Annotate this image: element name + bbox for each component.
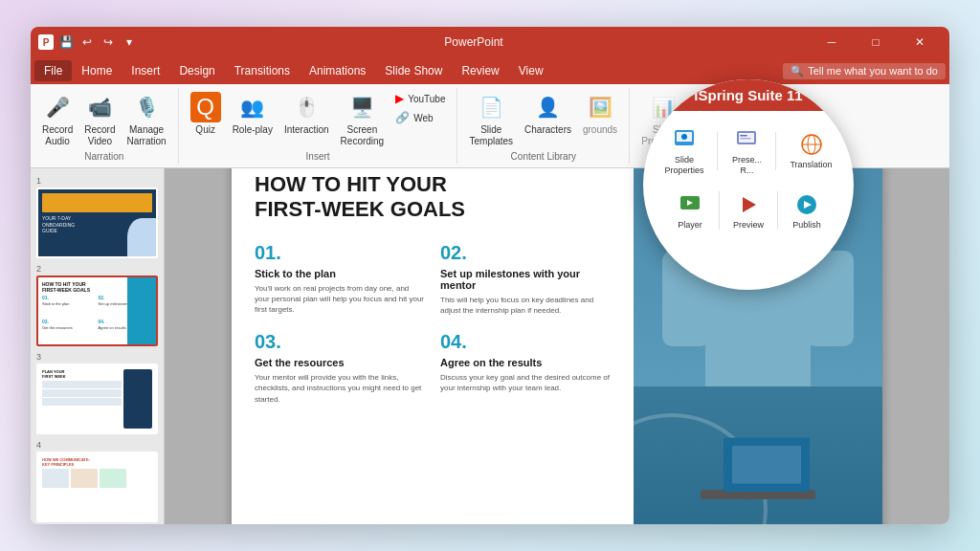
- slide-1-item[interactable]: 1 YOUR 7-DAYONBOARDINGGUIDE: [36, 176, 158, 258]
- record-video-label: RecordVideo: [84, 124, 115, 147]
- role-play-button[interactable]: 👥 Role-play: [229, 90, 277, 138]
- slide-1-thumb[interactable]: YOUR 7-DAYONBOARDINGGUIDE: [36, 187, 158, 258]
- characters-label: Characters: [524, 124, 571, 136]
- menu-insert[interactable]: Insert: [122, 60, 169, 81]
- goal-1-num: 01.: [255, 242, 425, 264]
- divider1: [717, 132, 718, 170]
- slide-1-preview: YOUR 7-DAYONBOARDINGGUIDE: [38, 189, 156, 256]
- search-box[interactable]: 🔍 Tell me what you want to do: [783, 63, 946, 79]
- goal-2-text: This will help you focus on key deadline…: [440, 295, 611, 316]
- goal-2: 02. Set up milestones with your mentor T…: [440, 242, 611, 316]
- customize-qa-button[interactable]: ▾: [121, 33, 138, 51]
- slide-2-item[interactable]: 2 HOW TO HIT YOURFIRST-WEEK GOALS 01. St…: [36, 264, 158, 346]
- slide3-title: PLAN YOURFIRST WEEK: [42, 369, 122, 379]
- slide-3-preview: PLAN YOURFIRST WEEK: [38, 365, 156, 432]
- record-audio-icon: 🎤: [42, 92, 73, 122]
- menu-home[interactable]: Home: [72, 60, 122, 81]
- slide2-right: [127, 277, 156, 344]
- redo-button[interactable]: ↪: [100, 33, 117, 51]
- slide-2-preview: HOW TO HIT YOURFIRST-WEEK GOALS 01. Stic…: [38, 277, 156, 344]
- goal-2-heading: Set up milestones with your mentor: [440, 268, 611, 291]
- screen-recording-label: ScreenRecording: [341, 124, 385, 147]
- quick-access-toolbar: 💾 ↩ ↪ ▾: [57, 33, 138, 51]
- title-bar: P 💾 ↩ ↪ ▾ PowerPoint ─ □ ✕: [31, 27, 949, 57]
- quiz-label: Quiz: [195, 124, 215, 136]
- ispring-preview-button[interactable]: Preview: [727, 187, 769, 234]
- ispring-presentation-icon: [733, 126, 760, 153]
- ispring-presentation-button[interactable]: Prese...R...: [725, 122, 768, 180]
- youtube-button[interactable]: ▶ YouTube: [391, 90, 449, 107]
- slide-2-thumb[interactable]: HOW TO HIT YOURFIRST-WEEK GOALS 01. Stic…: [36, 276, 158, 346]
- goal-2-num: 02.: [440, 242, 611, 264]
- svg-marker-12: [743, 197, 756, 212]
- record-audio-button[interactable]: 🎤 RecordAudio: [38, 90, 77, 149]
- goal-4-heading: Agree on the results: [440, 357, 611, 368]
- screen-recording-button[interactable]: 🖥️ ScreenRecording: [337, 90, 389, 149]
- goal-3: 03. Get the resources Your mentor will p…: [255, 331, 425, 405]
- window-title: PowerPoint: [138, 35, 810, 49]
- goal-1: 01. Stick to the plan You'll work on rea…: [255, 242, 425, 316]
- menu-design[interactable]: Design: [169, 60, 224, 81]
- web-button[interactable]: 🔗 Web: [391, 109, 449, 126]
- menu-slideshow[interactable]: Slide Show: [375, 60, 452, 81]
- svg-rect-5: [740, 135, 747, 137]
- close-button[interactable]: ✕: [898, 27, 942, 57]
- youtube-web-group: ▶ YouTube 🔗 Web: [391, 90, 449, 126]
- backgrounds-button[interactable]: 🖼️ grounds: [579, 90, 621, 138]
- ispring-slide-properties-label: SlideProperties: [664, 155, 703, 176]
- menu-bar: File Home Insert Design Transitions Anim…: [31, 57, 949, 84]
- insert-group-label: Insert: [306, 151, 330, 162]
- slides-panel[interactable]: 1 YOUR 7-DAYONBOARDINGGUIDE 2: [31, 168, 165, 524]
- menu-review[interactable]: Review: [452, 60, 508, 81]
- app-icon: P: [38, 34, 54, 50]
- minimize-button[interactable]: ─: [810, 27, 854, 57]
- slide1-accent: [42, 193, 152, 212]
- menu-view[interactable]: View: [509, 60, 553, 81]
- slide-templates-button[interactable]: 📄 SlideTemplates: [465, 90, 517, 149]
- ispring-publish-button[interactable]: Publish: [786, 187, 828, 234]
- record-audio-label: RecordAudio: [42, 124, 73, 147]
- menu-file[interactable]: File: [34, 60, 72, 81]
- slide-2-num: 2: [36, 264, 158, 274]
- quiz-icon: Q: [190, 92, 221, 122]
- ribbon-group-content-library: 📄 SlideTemplates 👤 Characters 🖼️ grounds…: [457, 88, 630, 164]
- goal-4: 04. Agree on the results Discuss your ke…: [440, 331, 611, 405]
- divider2: [775, 132, 776, 170]
- ribbon-group-insert: Q Quiz 👥 Role-play 🖱️ Interaction 🖥️ Scr…: [179, 88, 458, 164]
- ispring-slide-properties-icon: [671, 126, 698, 153]
- ispring-player-button[interactable]: Player: [669, 187, 711, 234]
- slide-4-thumb[interactable]: HOW WE COMMUNICATE:KEY PRINCIPLES: [36, 452, 158, 522]
- ispring-translation-icon: [798, 131, 825, 158]
- ispring-translation-button[interactable]: Translation: [784, 127, 837, 174]
- slide-3-thumb[interactable]: PLAN YOURFIRST WEEK: [36, 364, 158, 434]
- narration-items: 🎤 RecordAudio 📹 RecordVideo 🎙️ ManageNar…: [38, 90, 170, 149]
- ispring-row1: SlideProperties Prese...R...: [658, 119, 837, 184]
- characters-button[interactable]: 👤 Characters: [521, 90, 575, 138]
- ispring-slide-properties-button[interactable]: SlideProperties: [658, 122, 709, 180]
- slide-3-item[interactable]: 3 PLAN YOURFIRST WEEK: [36, 352, 158, 434]
- undo-button[interactable]: ↩: [78, 33, 96, 51]
- restore-button[interactable]: □: [854, 27, 898, 57]
- divider4: [777, 191, 778, 230]
- slide1-person: [127, 218, 156, 256]
- ispring-publish-icon: [793, 191, 820, 218]
- record-video-icon: 📹: [84, 92, 115, 122]
- search-icon: 🔍: [791, 65, 804, 77]
- content-library-group-label: Content Library: [511, 151, 576, 162]
- menu-transitions[interactable]: Transitions: [225, 60, 300, 81]
- divider3: [719, 191, 720, 230]
- interaction-button[interactable]: 🖱️ Interaction: [280, 90, 333, 138]
- goal-4-text: Discuss your key goal and the desired ou…: [440, 372, 611, 393]
- manage-narration-button[interactable]: 🎙️ ManageNarration: [123, 90, 170, 149]
- quiz-button[interactable]: Q Quiz: [187, 90, 225, 138]
- web-label: Web: [413, 113, 433, 123]
- interaction-icon: 🖱️: [291, 92, 322, 122]
- menu-animations[interactable]: Animations: [300, 60, 375, 81]
- svg-point-2: [681, 134, 687, 140]
- powerpoint-window: P 💾 ↩ ↪ ▾ PowerPoint ─ □ ✕ File Home Ins…: [31, 27, 949, 524]
- laptop-content: [732, 446, 801, 483]
- record-video-button[interactable]: 📹 RecordVideo: [80, 90, 119, 149]
- slide-4-item[interactable]: 4 HOW WE COMMUNICATE:KEY PRINCIPLES: [36, 440, 158, 522]
- save-button[interactable]: 💾: [57, 33, 75, 51]
- ispring-player-icon: [677, 191, 703, 218]
